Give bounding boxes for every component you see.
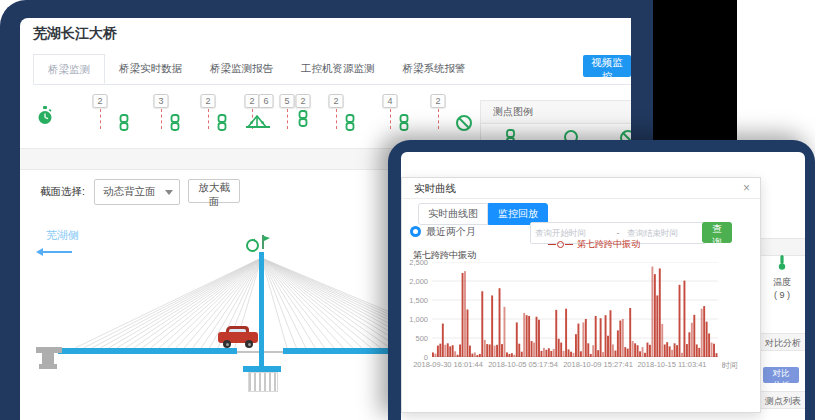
compare-analysis-button[interactable]: 对比分析 [763,367,799,383]
x-tick-label: 2018-10-05 05:17:54 [488,360,558,369]
temperature-count: ( 9 ) [759,290,805,300]
chart-legend[interactable]: 第七跨跨中振动 [548,238,640,251]
dashed-line [390,109,391,129]
stopwatch-icon [37,106,53,126]
recent-two-months-label: 最近两个月 [426,225,476,239]
sensor-count-badge: 3 [154,94,169,108]
dashed-line [100,109,101,129]
sensor-count-badge: 4 [383,94,398,108]
chain-icon [170,114,181,131]
y-tick-label: 1,000 [402,315,428,324]
x-tick-label: 2018-10-15 11:03:41 [637,360,706,369]
point-legend-header: 测点图例 [481,101,631,124]
sensor-count-badge: 2 [431,94,446,108]
popup-page: 温度 ( 9 ) 对比分析 对比分析 测点列表 实时曲线 × 实时曲线图监控回放… [401,152,805,420]
main-tab[interactable]: 桥梁监测报告 [196,54,287,84]
dashed-line [336,109,337,129]
page-title: 芜湖长江大桥 [33,25,117,43]
chain-icon [399,114,410,131]
truss-icon [245,112,271,130]
sensor-count-badge: 2 [245,94,260,108]
dialog-header: 实时曲线 × [402,178,760,199]
x-tick-label: 2018-09-30 16:01:44 [413,360,483,369]
dashed-line [161,109,162,129]
chain-icon [119,114,130,131]
query-button[interactable]: 查询 [702,222,732,243]
legend-series-label: 第七跨跨中振动 [577,238,640,251]
legend-marker-line [565,244,573,245]
sensor-count-badge: 6 [259,94,274,108]
y-tick-label: 2,500 [402,258,428,267]
chain-icon [345,114,356,131]
main-tab[interactable]: 桥梁实时数据 [105,54,196,84]
section-select-value: 动态背立面 [103,185,156,199]
rotation-sensor-icon[interactable] [245,238,260,253]
legend-marker-line [548,244,556,245]
dialog-tab[interactable]: 实时曲线图 [418,203,488,225]
left-pier-base [39,364,57,369]
bridge-tower [259,252,264,368]
sensor-count-badge: 2 [296,94,311,108]
vibration-bar-chart [432,262,718,357]
sensor-count-badge: 5 [280,94,295,108]
car-image [218,324,258,348]
sensor-count-badge: 2 [201,94,216,108]
y-tick-label: 1,500 [402,296,428,305]
temperature-point-group[interactable]: 温度 ( 9 ) [759,254,805,300]
dashed-line [208,109,209,129]
main-tab[interactable]: 工控机资源监测 [287,54,389,84]
video-monitor-button[interactable]: 视频监控 [583,55,631,77]
dashed-line [438,109,439,129]
main-tab[interactable]: 桥梁监测 [33,54,105,84]
legend-marker-circle [557,241,564,248]
realtime-curve-dialog: 实时曲线 × 实时曲线图监控回放 最近两个月 - 查询 第七跨跨中振动 [401,177,761,413]
y-tick-label: 500 [402,334,428,343]
y-tick-label: 2,000 [402,277,428,286]
section-select[interactable]: 动态背立面 [94,179,180,205]
dialog-title: 实时曲线 [414,182,456,196]
x-tick-label: 2018-10-09 15:27:41 [563,360,633,369]
screenshot-stage: 芜湖长江大桥 桥梁监测桥梁实时数据桥梁监测报告工控机资源监测桥梁系统报警 视频监… [0,0,815,420]
section-select-label: 截面选择: [40,185,85,199]
recent-two-months-radio[interactable] [410,226,421,237]
sensor-count-badge: 2 [93,94,108,108]
chevron-down-icon [165,190,173,195]
chain-icon [298,110,309,127]
popup-browser-frame: 温度 ( 9 ) 对比分析 对比分析 测点列表 实时曲线 × 实时曲线图监控回放… [388,140,815,420]
enlarge-section-button[interactable]: 放大截面 [188,179,240,203]
bridge-deck-left [58,348,237,354]
thermometer-icon [776,257,788,274]
temperature-label: 温度 [759,276,805,289]
chart-x-axis-name: 时间 [722,360,738,371]
tower-piles [248,372,278,392]
close-icon[interactable]: × [743,181,750,195]
no-entry-icon [455,114,473,132]
dialog-tabbar: 实时曲线图监控回放 [418,203,548,225]
dashed-line [287,109,288,129]
left-pier-stem [42,353,54,364]
chain-icon [217,114,228,131]
main-tabbar: 桥梁监测桥梁实时数据桥梁监测报告工控机资源监测桥梁系统报警 [33,54,631,85]
sensor-count-badge: 2 [329,94,344,108]
flag-icon [261,234,271,250]
black-region [653,0,737,141]
main-tab[interactable]: 桥梁系统报警 [389,54,480,84]
